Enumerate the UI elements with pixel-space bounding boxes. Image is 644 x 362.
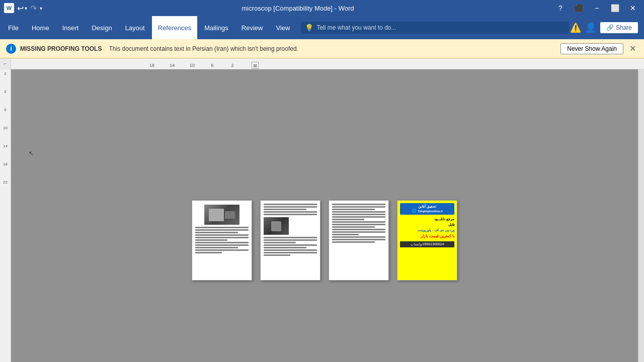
main-area: 2 2 6 10 14 18 22 ↖ <box>0 69 644 362</box>
tab-references[interactable]: References <box>152 16 197 39</box>
canvas-area[interactable]: ↖ <box>11 69 638 362</box>
p3-line2 <box>332 206 385 208</box>
lightbulb-icon: 💡 <box>305 24 313 32</box>
tab-insert[interactable]: Insert <box>56 16 85 39</box>
ruler-num-2b: 2 ⊠ <box>243 63 263 68</box>
p1-line3 <box>195 232 238 233</box>
search-placeholder: Tell me what you want to do... <box>316 24 396 31</box>
horizontal-ruler-area: ⌐ 18 14 10 6 2 2 ⊠ <box>0 58 644 69</box>
tab-file[interactable]: File <box>2 16 25 39</box>
never-show-again-button[interactable]: Never Show Again <box>560 43 623 54</box>
horizontal-ruler: 18 14 10 6 2 2 ⊠ <box>11 58 644 69</box>
share-label: Share <box>616 24 632 31</box>
tab-layout[interactable]: Layout <box>119 16 151 39</box>
undo-button[interactable]: ↩ ▾ <box>17 4 27 13</box>
notification-message: This document contains text in Persian (… <box>109 45 556 52</box>
p2-line1 <box>264 204 317 205</box>
p1-line2 <box>195 229 249 231</box>
page4-line2: فایل <box>400 222 454 227</box>
page4-logo: تحقیق آنلاین Tahghighonline.ir 🌐 <box>400 203 454 215</box>
p2-line2 <box>264 206 317 208</box>
redo-icon[interactable]: ↷ <box>30 4 37 13</box>
close-button[interactable]: ✕ <box>626 3 640 14</box>
notification-title: MISSING PROOFING TOOLS <box>20 45 102 52</box>
p3-line3 <box>332 209 375 210</box>
p1-line9 <box>195 247 238 248</box>
page4-phone: 09981366624 واتساپ <box>400 241 454 247</box>
info-icon: i <box>6 44 16 54</box>
ruler-num-10: 10 <box>182 63 202 68</box>
p2-line13 <box>264 254 290 256</box>
title-bar-right: ? ⬛ − ⬜ ✕ <box>553 3 640 14</box>
p3-line13 <box>332 234 359 235</box>
p2-line6 <box>264 237 317 238</box>
warning-icon[interactable]: ⚠️ <box>570 22 581 33</box>
page4-line1: مرجع دانلـــود <box>400 216 454 222</box>
p2-line11 <box>264 249 317 251</box>
p1-line7 <box>195 242 249 243</box>
p3-line6 <box>332 216 385 218</box>
tab-review[interactable]: Review <box>235 16 269 39</box>
p3-line4 <box>332 211 385 213</box>
page4-line4: با کمترین قیمت بازار <box>400 233 454 240</box>
vruler-6: 6 <box>4 108 6 126</box>
p1-line8 <box>195 244 249 246</box>
document-title: microscop [Compatibility Mode] - Word <box>42 5 553 12</box>
tab-home[interactable]: Home <box>26 16 55 39</box>
page4-content: تحقیق آنلاین Tahghighonline.ir 🌐 مرجع دا… <box>397 201 457 280</box>
vruler-10: 10 <box>3 126 8 144</box>
title-bar: W ↩ ▾ ↷ ▾ microscop [Compatibility Mode]… <box>0 0 644 16</box>
ruler-num-18: 18 <box>142 63 162 68</box>
p2-line12 <box>264 252 317 253</box>
notification-bar: i MISSING PROOFING TOOLS This document c… <box>0 39 644 58</box>
page2-content <box>261 201 320 280</box>
share-button[interactable]: 🔗 Share <box>600 22 638 33</box>
ribbon: File Home Insert Design Layout Reference… <box>0 16 644 39</box>
word-icon: W <box>4 3 14 13</box>
tab-mailings[interactable]: Mailings <box>198 16 234 39</box>
page-thumb-2[interactable] <box>260 200 320 281</box>
vertical-scrollbar[interactable] <box>638 69 644 362</box>
ruler-corner[interactable]: ⌐ <box>0 58 11 69</box>
restore-button[interactable]: ⬜ <box>608 3 622 14</box>
tab-design[interactable]: Design <box>86 16 118 39</box>
p2-line7 <box>264 239 317 241</box>
undo-dropdown[interactable]: ▾ <box>25 6 27 11</box>
ribbon-display-icon[interactable]: ⬛ <box>572 3 586 14</box>
p2-line4 <box>264 211 317 213</box>
p1-line5 <box>195 237 249 238</box>
notification-close-button[interactable]: ✕ <box>627 44 638 53</box>
help-icon[interactable]: ? <box>553 3 568 14</box>
page3-content <box>329 201 388 280</box>
p3-line16 <box>332 241 375 243</box>
p2-line10 <box>264 247 306 248</box>
p3-line11 <box>332 229 385 230</box>
page1-content <box>192 201 252 280</box>
undo-icon[interactable]: ↩ <box>17 4 24 13</box>
vruler-2a: 2 <box>4 71 6 89</box>
p3-line5 <box>332 214 385 215</box>
ruler-num-14: 14 <box>162 63 182 68</box>
p3-line7 <box>332 219 364 220</box>
p2-line5 <box>264 214 317 215</box>
tab-view[interactable]: View <box>270 16 296 39</box>
vruler-14: 14 <box>3 144 8 162</box>
page-thumb-1[interactable] <box>192 200 252 281</box>
page-thumb-3[interactable] <box>329 200 389 281</box>
p1-line10 <box>195 249 249 251</box>
p3-line10 <box>332 226 375 228</box>
ribbon-right: ⚠️ 👤 🔗 Share <box>570 22 642 33</box>
page4-ad-text: مرجع دانلـــود فایل ورد-پی دی اف - پاورپ… <box>400 216 454 239</box>
ruler-num-6: 6 <box>202 63 222 68</box>
ribbon-search-box[interactable]: 💡 Tell me what you want to do... <box>301 22 569 34</box>
p1-line1 <box>195 227 249 228</box>
page4-line3: ورد-پی دی اف - پاورپوینت <box>400 227 454 233</box>
p1-line4 <box>195 234 249 236</box>
p2-line9 <box>264 244 317 246</box>
page-thumb-4[interactable]: تحقیق آنلاین Tahghighonline.ir 🌐 مرجع دا… <box>397 200 457 281</box>
title-bar-left: W ↩ ▾ ↷ ▾ <box>4 3 42 13</box>
minimize-button[interactable]: − <box>590 3 604 14</box>
p3-line15 <box>332 239 385 240</box>
p3-line8 <box>332 221 385 223</box>
user-icon: 👤 <box>585 22 596 33</box>
